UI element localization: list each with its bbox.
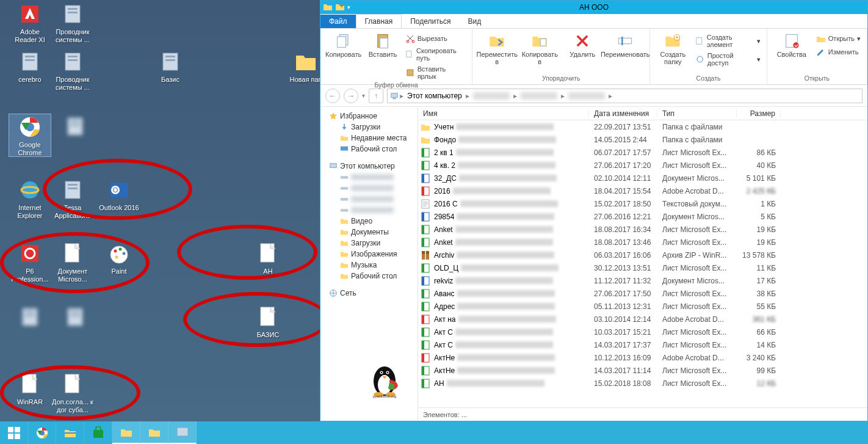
copy-path-button[interactable]: Скопировать путь <box>404 46 467 63</box>
rename-button[interactable]: Переименовать <box>606 30 645 58</box>
nav-music[interactable]: Музыка <box>323 260 415 271</box>
column-headers[interactable]: Имя Дата изменения Тип Размер <box>418 107 867 120</box>
history-dropdown[interactable]: ▾ <box>362 92 365 99</box>
desktop-icon[interactable] <box>9 304 51 331</box>
col-type[interactable]: Тип <box>657 109 737 118</box>
file-list[interactable]: Учетн22.09.2017 13:51Папка с файламиФонд… <box>418 120 867 407</box>
nav-drive[interactable] <box>323 194 415 205</box>
start-button[interactable] <box>0 421 28 444</box>
cut-button[interactable]: Вырезать <box>404 32 467 45</box>
file-row[interactable]: Archiv06.03.2017 16:06Архив ZIP - WinR..… <box>418 249 867 261</box>
nav-videos[interactable]: Видео <box>323 216 415 227</box>
file-row[interactable]: Anket18.08.2017 13:46Лист Microsoft Ex..… <box>418 236 867 249</box>
file-row[interactable]: Аванс27.06.2017 17:50Лист Microsoft Ex..… <box>418 287 867 300</box>
copy-button[interactable]: Копировать <box>325 30 361 58</box>
col-date[interactable]: Дата изменения <box>589 109 657 118</box>
tab-home[interactable]: Главная <box>356 14 402 28</box>
file-row[interactable]: Акт на03.10.2014 12:14Adobe Acrobat D...… <box>418 313 867 326</box>
taskbar-explorer[interactable] <box>56 421 84 444</box>
col-size[interactable]: Размер <box>737 109 781 118</box>
file-row[interactable]: АН15.02.2018 18:08Лист Microsoft Ex...12… <box>418 377 867 390</box>
forward-button[interactable]: → <box>344 89 358 103</box>
desktop-icon[interactable]: Paint <box>98 241 140 275</box>
new-folder-icon[interactable] <box>335 2 345 12</box>
nav-favorites[interactable]: Избранное <box>323 111 415 122</box>
file-row[interactable]: OLD_Ц30.12.2013 13:51Лист Microsoft Ex..… <box>418 261 867 274</box>
desktop-icon[interactable]: cerebro <box>9 49 51 84</box>
file-row[interactable]: Адрес05.11.2013 12:31Лист Microsoft Ex..… <box>418 300 867 313</box>
file-row[interactable]: АктНе14.03.2017 11:14Лист Microsoft Ex..… <box>418 364 867 377</box>
tab-view[interactable]: Вид <box>459 15 490 28</box>
nav-downloads2[interactable]: Загрузки <box>323 238 415 249</box>
nav-pictures[interactable]: Изображения <box>323 249 415 260</box>
desktop-icon[interactable]: АН <box>247 241 289 275</box>
new-item-button[interactable]: Создать элемент ▾ <box>694 32 761 49</box>
desktop-icon[interactable]: P6 Profession... <box>9 241 51 283</box>
taskbar-store[interactable] <box>84 421 112 444</box>
col-name[interactable]: Имя <box>418 109 589 118</box>
nav-recent[interactable]: Недавние места <box>323 133 415 144</box>
tab-file[interactable]: Файл <box>320 15 356 28</box>
properties-button[interactable]: Свойства <box>772 30 811 58</box>
open-button[interactable]: Открыть ▾ <box>815 32 862 45</box>
desktop-icon[interactable]: Документ Microso... <box>51 241 94 283</box>
titlebar[interactable]: ▾ АН ООО <box>320 1 867 14</box>
file-row[interactable]: 2016 С15.02.2017 18:50Текстовый докум...… <box>418 197 867 210</box>
move-to-button[interactable]: Переместить в <box>477 30 516 65</box>
paste-shortcut-button[interactable]: Вставить ярлык <box>404 64 467 81</box>
taskbar-explorer-window[interactable] <box>112 421 140 444</box>
desktop-icon[interactable]: Проводник системы ... <box>51 1 94 43</box>
file-row[interactable]: 4 кв. 227.06.2017 17:20Лист Microsoft Ex… <box>418 159 867 172</box>
nav-documents[interactable]: Документы <box>323 227 415 238</box>
file-row[interactable]: Учетн22.09.2017 13:51Папка с файлами <box>418 120 867 133</box>
up-button[interactable]: ↑ <box>369 89 383 103</box>
file-row[interactable]: 32_ДС02.10.2014 12:11Документ Micros...5… <box>418 172 867 184</box>
tab-share[interactable]: Поделиться <box>402 15 459 28</box>
nav-network[interactable]: Сеть <box>323 288 415 299</box>
delete-button[interactable]: Удалить <box>563 30 602 58</box>
file-row[interactable]: 2 кв 106.07.2017 17:57Лист Microsoft Ex.… <box>418 146 867 159</box>
nav-drive[interactable] <box>323 183 415 194</box>
file-row[interactable]: Фондо14.05.2015 2:44Папка с файлами <box>418 133 867 146</box>
desktop-icon[interactable]: OOutlook 2016 <box>98 177 140 212</box>
file-row[interactable]: 201618.04.2017 15:54Adobe Acrobat D...2 … <box>418 184 867 197</box>
nav-drive[interactable] <box>323 172 415 183</box>
desktop-icon[interactable]: Internet Explorer <box>9 177 51 219</box>
paste-button[interactable]: Вставить <box>365 30 400 58</box>
desktop-icon[interactable] <box>54 304 96 331</box>
file-row[interactable]: Акт С10.03.2017 15:21Лист Microsoft Ex..… <box>418 326 867 338</box>
nav-drive[interactable] <box>323 205 415 216</box>
navigation-pane[interactable]: Избранное Загрузки Недавние места Рабочи… <box>320 107 418 421</box>
nav-desktop[interactable]: Рабочий стол <box>323 144 415 155</box>
taskbar-app-window[interactable] <box>168 421 197 444</box>
desktop-icon[interactable] <box>54 114 96 140</box>
nav-desktop2[interactable]: Рабочий стол <box>323 271 415 282</box>
svg-rect-106 <box>422 379 424 388</box>
breadcrumb[interactable]: ▸ Этот компьютер ▸ ▸ ▸ ▸ <box>387 89 863 103</box>
easy-access-button[interactable]: Простой доступ ▾ <box>694 51 761 68</box>
edit-button[interactable]: Изменить <box>815 46 862 58</box>
file-row[interactable]: Акт С14.03.2017 17:37Лист Microsoft Ex..… <box>418 338 867 351</box>
nav-computer[interactable]: Этот компьютер <box>323 161 415 172</box>
desktop-icon[interactable]: Adobe Reader XI <box>9 1 51 43</box>
desktop-icon[interactable]: Доп.согла... к дог суба... <box>51 371 94 413</box>
desktop-icon[interactable]: Tessa Applications <box>51 177 94 219</box>
desktop-icon[interactable]: Проводник системы ... <box>51 49 94 91</box>
desktop-icon[interactable]: WinRAR <box>9 371 51 406</box>
file-row[interactable]: rekviz11.12.2017 11:32Документ Micros...… <box>418 274 867 287</box>
nav-downloads[interactable]: Загрузки <box>323 122 415 133</box>
taskbar-explorer-window[interactable] <box>140 421 168 444</box>
desktop-icon[interactable]: БАЗИС <box>247 304 289 339</box>
copy-to-button[interactable]: Копировать в <box>520 30 559 65</box>
qat-dropdown-icon[interactable]: ▾ <box>347 4 350 10</box>
new-folder-button[interactable]: Создать папку <box>655 30 690 65</box>
file-row[interactable]: АктНе10.12.2013 16:09Adobe Acrobat D...3… <box>418 351 867 364</box>
file-row[interactable]: Anket18.08.2017 16:34Лист Microsoft Ex..… <box>418 223 867 236</box>
taskbar[interactable] <box>0 421 868 444</box>
file-row[interactable]: 2985427.06.2016 12:21Документ Micros...5… <box>418 210 867 223</box>
desktop[interactable]: Adobe Reader XIПроводник системы ...cere… <box>0 0 320 421</box>
desktop-icon[interactable]: Google Chrome <box>9 114 51 157</box>
back-button[interactable]: ← <box>325 89 340 103</box>
taskbar-chrome[interactable] <box>28 421 56 444</box>
desktop-icon[interactable]: Базис <box>149 49 192 84</box>
